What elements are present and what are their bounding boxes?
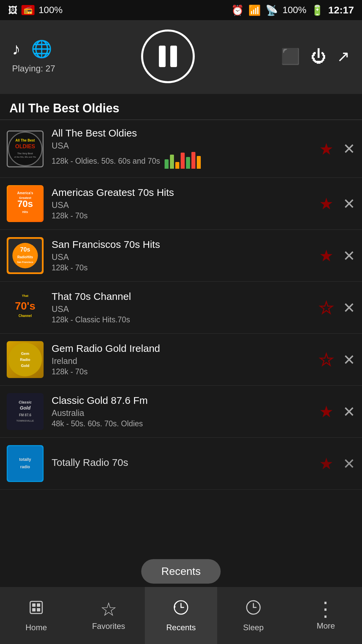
svg-text:70's: 70's bbox=[15, 300, 36, 312]
battery-icon: 🔋 bbox=[311, 4, 323, 16]
music-icon[interactable]: ♪ bbox=[12, 39, 20, 59]
station-logo: That 70's Channel bbox=[7, 289, 44, 326]
radio-name: Americas Greatest 70s Hits bbox=[52, 187, 319, 198]
svg-text:All The Best: All The Best bbox=[15, 139, 35, 142]
remove-button[interactable]: ✕ bbox=[343, 140, 355, 157]
svg-rect-23 bbox=[8, 394, 43, 429]
home-icon bbox=[27, 599, 45, 620]
station-logo: totally radio bbox=[7, 445, 44, 482]
svg-rect-31 bbox=[30, 601, 42, 613]
section-title: All The Best Oldies bbox=[0, 94, 362, 119]
svg-rect-35 bbox=[37, 608, 40, 611]
favorite-button[interactable]: ★ bbox=[319, 298, 334, 317]
radio-item[interactable]: 70s RadioHits San Francisco San Francisc… bbox=[0, 230, 362, 282]
favorites-label: Favorites bbox=[92, 622, 125, 631]
svg-text:radio: radio bbox=[20, 465, 30, 469]
nav-favorites[interactable]: ☆ Favorites bbox=[72, 587, 145, 644]
remove-button[interactable]: ✕ bbox=[343, 455, 355, 472]
radio-actions: ★ ✕ bbox=[319, 246, 355, 265]
remove-button[interactable]: ✕ bbox=[343, 351, 355, 368]
radio-info: Classic Gold 87.6 Fm Australia 48k - 50s… bbox=[52, 395, 319, 428]
radio-item[interactable]: America's Greatest 70s Hits Americas Gre… bbox=[0, 178, 362, 230]
svg-rect-33 bbox=[37, 603, 40, 607]
radio-info: San Franciscos 70s Hits USA 128k - 70s bbox=[52, 239, 319, 272]
recents-icon bbox=[172, 599, 190, 620]
radio-info: Totally Radio 70s bbox=[52, 457, 319, 470]
svg-text:RadioHits: RadioHits bbox=[17, 255, 33, 259]
left-icons: ♪ 🌐 bbox=[12, 39, 52, 59]
radio-actions: ★ ✕ bbox=[319, 350, 355, 369]
svg-text:of the 50s, 60s and 70s: of the 50s, 60s and 70s bbox=[14, 156, 36, 158]
radio-country: Ireland bbox=[52, 356, 319, 366]
svg-text:That: That bbox=[22, 294, 28, 298]
radio-country: USA bbox=[52, 141, 319, 151]
svg-text:Channel: Channel bbox=[18, 314, 32, 318]
radio-name: Totally Radio 70s bbox=[52, 457, 319, 468]
svg-text:The Very Best: The Very Best bbox=[17, 152, 33, 155]
remove-button[interactable]: ✕ bbox=[343, 299, 355, 316]
favorite-button[interactable]: ★ bbox=[319, 454, 334, 473]
radio-country: Australia bbox=[52, 408, 319, 418]
radio-actions: ★ ✕ bbox=[319, 402, 355, 421]
favorite-button[interactable]: ★ bbox=[319, 140, 334, 158]
radio-item[interactable]: That 70's Channel That 70s Channel USA 1… bbox=[0, 282, 362, 334]
svg-text:Radio: Radio bbox=[20, 358, 31, 362]
radio-info: Gem Radio Gold Ireland Ireland 128k - 70… bbox=[52, 343, 319, 376]
radio-actions: ★ ✕ bbox=[319, 140, 355, 158]
wifi-icon: 📶 bbox=[248, 4, 261, 16]
home-label: Home bbox=[25, 623, 47, 632]
svg-text:San Francisco: San Francisco bbox=[17, 261, 33, 263]
radio-item[interactable]: totally radio Totally Radio 70s ★ ✕ bbox=[0, 438, 362, 490]
radio-item[interactable]: Classic Gold FM 87.6 TOWNSVILLE Classic … bbox=[0, 386, 362, 438]
player-controls-row: ♪ 🌐 Playing: 27 ⬛ ⏻ ↗ bbox=[12, 30, 350, 83]
nav-recents[interactable]: Recents bbox=[145, 587, 217, 644]
radio-item[interactable]: Gem Radio Gold Gem Radio Gold Ireland Ir… bbox=[0, 334, 362, 386]
recents-tooltip: Recents bbox=[141, 559, 221, 584]
favorite-button[interactable]: ★ bbox=[319, 246, 334, 265]
stop-button[interactable]: ⬛ bbox=[281, 47, 300, 65]
notification-count: 100% bbox=[39, 5, 63, 15]
radio-name: Classic Gold 87.6 Fm bbox=[52, 395, 319, 406]
svg-text:America's: America's bbox=[17, 191, 33, 195]
favorite-button[interactable]: ★ bbox=[319, 194, 334, 213]
status-right: ⏰ 📶 📡 100% 🔋 12:17 bbox=[231, 4, 354, 16]
radio-details: 128k - Oldies. 50s. 60s and 70s bbox=[52, 157, 160, 166]
svg-rect-32 bbox=[32, 603, 36, 607]
station-logo: 70s RadioHits San Francisco bbox=[7, 237, 44, 274]
favorite-button[interactable]: ★ bbox=[319, 350, 334, 369]
svg-text:OLDIES: OLDIES bbox=[15, 144, 35, 149]
remove-button[interactable]: ✕ bbox=[343, 247, 355, 264]
remove-button[interactable]: ✕ bbox=[343, 195, 355, 212]
status-bar: 🖼 📻 100% ⏰ 📶 📡 100% 🔋 12:17 bbox=[0, 0, 362, 20]
globe-icon[interactable]: 🌐 bbox=[31, 39, 52, 59]
nav-sleep[interactable]: Sleep bbox=[217, 587, 290, 644]
app-icon: 📻 bbox=[21, 5, 35, 15]
radio-actions: ★ ✕ bbox=[319, 454, 355, 473]
sleep-label: Sleep bbox=[243, 623, 263, 632]
more-label: More bbox=[317, 621, 335, 631]
remove-button[interactable]: ✕ bbox=[343, 403, 355, 420]
image-icon: 🖼 bbox=[8, 5, 17, 16]
radio-details: 128k - Classic Hits.70s bbox=[52, 315, 319, 324]
right-controls: ⬛ ⏻ ↗ bbox=[281, 47, 350, 65]
favorites-icon: ☆ bbox=[100, 600, 117, 619]
svg-text:Classic: Classic bbox=[19, 400, 32, 404]
svg-rect-34 bbox=[32, 608, 36, 611]
signal-icon: 📡 bbox=[265, 4, 278, 16]
pause-button[interactable] bbox=[141, 30, 195, 83]
pause-icon bbox=[159, 46, 177, 67]
radio-country: USA bbox=[52, 304, 319, 314]
nav-more[interactable]: ⋮ More bbox=[290, 587, 362, 644]
radio-item[interactable]: All The Best OLDIES The Very Best of the… bbox=[0, 120, 362, 178]
radio-info: That 70s Channel USA 128k - Classic Hits… bbox=[52, 291, 319, 324]
share-button[interactable]: ↗ bbox=[337, 47, 350, 65]
svg-text:70s: 70s bbox=[20, 246, 30, 253]
radio-name: All The Best Oldies bbox=[52, 127, 319, 139]
svg-text:Gold: Gold bbox=[20, 405, 31, 411]
station-logo: Classic Gold FM 87.6 TOWNSVILLE bbox=[7, 393, 44, 430]
radio-details: 128k - 70s bbox=[52, 211, 319, 220]
power-button[interactable]: ⏻ bbox=[311, 47, 326, 65]
radio-details: 128k - 70s bbox=[52, 263, 319, 272]
nav-home[interactable]: Home bbox=[0, 587, 72, 644]
favorite-button[interactable]: ★ bbox=[319, 402, 334, 421]
